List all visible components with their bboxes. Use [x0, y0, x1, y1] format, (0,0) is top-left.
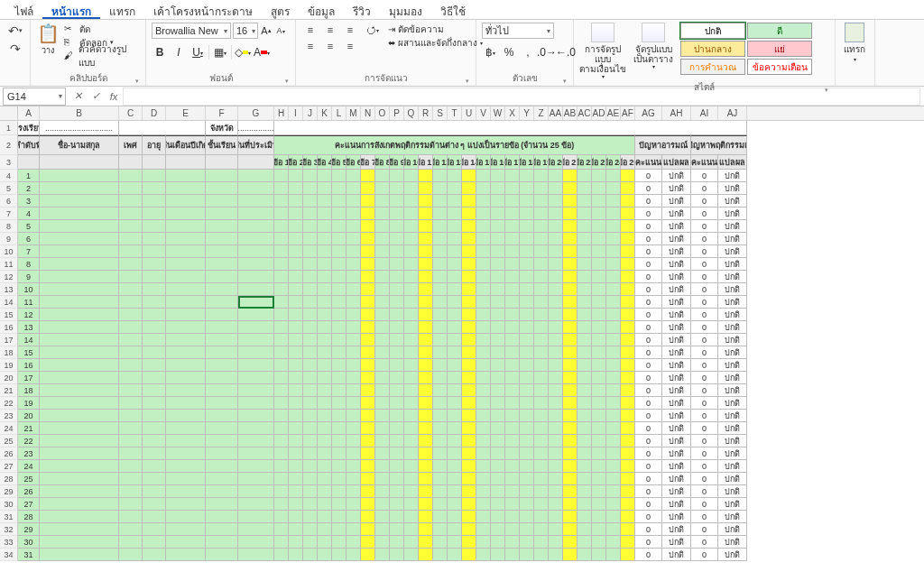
cell[interactable] [238, 410, 274, 422]
cell[interactable] [621, 321, 635, 334]
cell[interactable] [274, 435, 289, 447]
cell[interactable] [621, 523, 635, 536]
cell[interactable] [448, 447, 462, 460]
cell[interactable] [621, 283, 635, 296]
cell[interactable] [491, 170, 505, 182]
cell[interactable] [346, 460, 361, 473]
cell[interactable]: ปกติ [662, 258, 691, 271]
cell[interactable] [361, 435, 375, 447]
cell[interactable] [346, 245, 361, 258]
cell[interactable] [433, 208, 448, 220]
cell[interactable] [592, 372, 606, 384]
cell[interactable] [332, 309, 346, 321]
cell[interactable]: คะแนน [691, 155, 718, 170]
cell[interactable] [318, 460, 332, 473]
cell[interactable]: ปกติ [662, 182, 691, 195]
cell[interactable]: ปกติ [662, 296, 691, 309]
cell[interactable] [476, 220, 491, 233]
cell[interactable]: 3 [18, 195, 40, 208]
cell[interactable] [448, 549, 462, 561]
cell[interactable]: 0 [691, 384, 718, 397]
cell[interactable] [578, 208, 592, 220]
cell[interactable] [143, 549, 166, 561]
cell[interactable] [390, 359, 404, 372]
cell[interactable] [578, 397, 592, 410]
cell[interactable] [448, 422, 462, 435]
format-as-table-button[interactable]: จัดรูปแบบ เป็นตาราง▾ [630, 23, 677, 70]
cell[interactable] [346, 435, 361, 447]
cell[interactable] [520, 296, 534, 309]
cell[interactable] [375, 245, 390, 258]
fill-color-button[interactable]: ◇▾ [235, 44, 251, 60]
cell[interactable]: ข้อ 14 [462, 155, 476, 170]
cell[interactable] [520, 536, 534, 549]
cell[interactable] [404, 549, 419, 561]
col-header[interactable]: O [375, 106, 390, 120]
cell[interactable] [621, 549, 635, 561]
cell[interactable] [238, 384, 274, 397]
cell[interactable] [361, 271, 375, 283]
cell[interactable] [563, 346, 578, 359]
cell[interactable]: ปกติ [718, 245, 747, 258]
cell[interactable] [375, 422, 390, 435]
cell[interactable] [375, 346, 390, 359]
cell[interactable] [346, 549, 361, 561]
cell[interactable] [448, 245, 462, 258]
cell[interactable] [606, 182, 621, 195]
cell[interactable] [166, 245, 206, 258]
cell[interactable] [166, 195, 206, 208]
cell[interactable] [119, 220, 143, 233]
cell[interactable] [238, 155, 274, 170]
row-header[interactable]: 7 [0, 208, 18, 220]
cell[interactable] [491, 447, 505, 460]
cell[interactable] [143, 208, 166, 220]
cell[interactable] [318, 233, 332, 245]
cell[interactable] [491, 511, 505, 523]
cell[interactable] [318, 397, 332, 410]
cell[interactable] [289, 473, 303, 485]
cell[interactable] [505, 309, 520, 321]
col-header[interactable]: AF [621, 106, 635, 120]
cell[interactable]: ปกติ [718, 271, 747, 283]
cell[interactable] [578, 523, 592, 536]
row-header[interactable]: 11 [0, 258, 18, 271]
cell[interactable] [119, 233, 143, 245]
cell[interactable] [238, 422, 274, 435]
cell[interactable]: ปกติ [662, 271, 691, 283]
cell[interactable]: 0 [691, 321, 718, 334]
cell[interactable] [621, 220, 635, 233]
cell[interactable] [578, 498, 592, 511]
cell[interactable]: ปกติ [718, 334, 747, 346]
cell[interactable] [274, 460, 289, 473]
cell[interactable] [303, 435, 318, 447]
cell[interactable] [578, 334, 592, 346]
cell[interactable] [476, 460, 491, 473]
cell-style-5[interactable]: ข้อความเตือน [747, 59, 812, 75]
cell[interactable] [462, 220, 476, 233]
cell[interactable] [238, 435, 274, 447]
cell[interactable] [433, 359, 448, 372]
cell[interactable] [318, 523, 332, 536]
cell[interactable] [606, 511, 621, 523]
cell[interactable]: 0 [691, 460, 718, 473]
cell[interactable] [361, 359, 375, 372]
cell[interactable] [40, 170, 119, 182]
cell[interactable] [346, 447, 361, 460]
cell[interactable]: 0 [635, 334, 662, 346]
cell[interactable] [606, 233, 621, 245]
cell[interactable] [592, 447, 606, 460]
cell[interactable] [346, 334, 361, 346]
cut-button[interactable]: ✂ตัด [64, 23, 140, 35]
cell[interactable]: 0 [635, 271, 662, 283]
cell[interactable] [462, 258, 476, 271]
cell[interactable] [592, 410, 606, 422]
cell[interactable] [318, 245, 332, 258]
cell[interactable] [119, 334, 143, 346]
cell[interactable] [274, 195, 289, 208]
cell[interactable]: ปกติ [718, 258, 747, 271]
cell[interactable] [606, 435, 621, 447]
cell[interactable]: 18 [18, 384, 40, 397]
cell[interactable] [390, 220, 404, 233]
cell[interactable] [119, 473, 143, 485]
cell[interactable] [462, 283, 476, 296]
